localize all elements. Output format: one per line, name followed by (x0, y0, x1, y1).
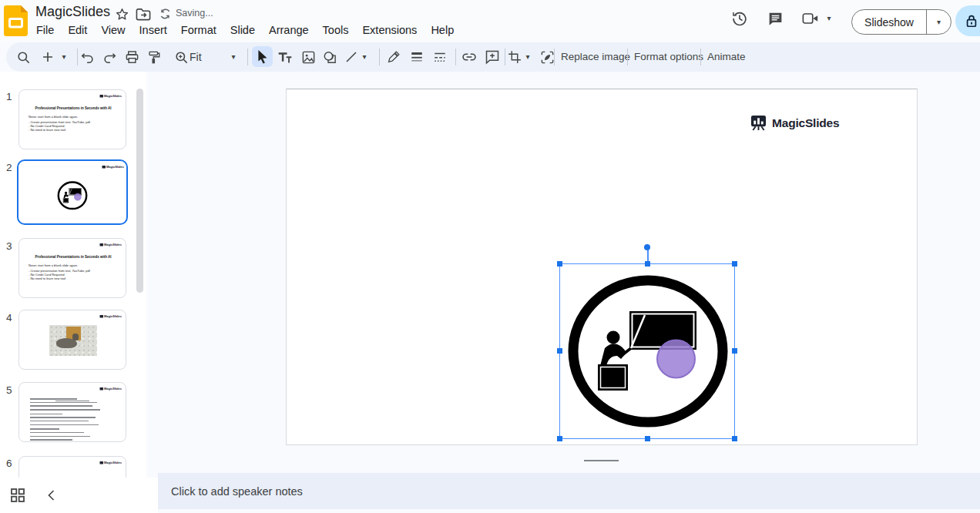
insert-line-icon[interactable] (342, 48, 361, 66)
comments-icon[interactable] (765, 8, 785, 28)
meet-camera-icon[interactable] (800, 8, 821, 28)
slide-thumbnail-1[interactable]: MagicSlides Professional Presentations i… (18, 89, 126, 149)
thumb-brand-logo: MagicSlides (99, 95, 122, 99)
slideshow-caret-button[interactable]: ▾ (927, 18, 951, 26)
resize-handle-w[interactable] (557, 348, 562, 354)
collapse-filmstrip-icon[interactable] (43, 488, 59, 503)
insert-link-icon[interactable] (460, 48, 478, 66)
speaker-notes-panel[interactable]: Click to add speaker notes (158, 473, 980, 509)
zoom-caret-icon[interactable]: ▾ (228, 48, 239, 66)
menu-help[interactable]: Help (424, 22, 461, 39)
slide-number: 5 (6, 384, 12, 396)
slide-filmstrip: 1 MagicSlides Professional Presentations… (0, 72, 146, 478)
crop-icon[interactable] (505, 48, 524, 66)
toolbar: ▾ (6, 42, 980, 72)
grid-view-icon[interactable] (9, 487, 26, 504)
menu-arrange[interactable]: Arrange (262, 22, 316, 39)
replace-image-button[interactable]: Replace image (561, 42, 630, 72)
version-history-icon[interactable] (730, 8, 750, 28)
resize-handle-ne[interactable] (732, 261, 737, 267)
text-box-icon[interactable] (276, 48, 294, 66)
menu-view[interactable]: View (94, 22, 132, 39)
thumb-photo (49, 325, 97, 356)
redo-icon[interactable] (100, 48, 119, 66)
line-caret-icon[interactable]: ▾ (359, 48, 370, 66)
slide-thumbnail-4[interactable]: MagicSlides (18, 310, 126, 370)
insert-shape-icon[interactable] (321, 48, 339, 66)
crop-caret-icon[interactable]: ▾ (522, 48, 533, 66)
header-bar: MagicSlides Saving... File Edit View (0, 0, 980, 42)
slide-thumbnail-3[interactable]: MagicSlides Professional Presentations i… (18, 238, 126, 298)
animate-button[interactable]: Animate (707, 42, 746, 72)
thumb-dense-text (30, 398, 112, 442)
thumb-presenter-image (56, 179, 89, 212)
speaker-notes-placeholder[interactable]: Click to add speaker notes (171, 485, 303, 498)
meet-caret-icon[interactable]: ▾ (823, 8, 835, 28)
resize-handle-nw[interactable] (557, 261, 562, 267)
new-slide-caret-icon[interactable]: ▾ (59, 48, 69, 66)
print-icon[interactable] (123, 48, 141, 66)
menu-extensions[interactable]: Extensions (355, 22, 424, 39)
lock-icon (965, 14, 978, 28)
border-dash-icon[interactable] (431, 48, 449, 66)
menu-slide[interactable]: Slide (223, 22, 262, 39)
resize-handle-sw[interactable] (557, 436, 562, 441)
slide-number: 4 (6, 312, 12, 324)
slide-number: 2 (6, 162, 12, 173)
resize-handle-se[interactable] (732, 436, 737, 441)
saving-status: Saving... (176, 8, 213, 18)
border-weight-icon[interactable] (408, 48, 426, 66)
resize-handle-e[interactable] (732, 348, 737, 354)
add-comment-icon[interactable] (483, 48, 502, 66)
format-options-button[interactable]: Format options (634, 42, 703, 72)
undo-icon[interactable] (78, 48, 96, 66)
slide-number: 1 (6, 91, 12, 102)
slide-number: 6 (6, 458, 12, 469)
slideshow-button-group: Slideshow ▾ (851, 9, 951, 35)
slide-thumbnail-2-selected[interactable]: MagicSlides (17, 159, 128, 225)
zoom-icon[interactable] (172, 48, 190, 66)
notes-resize-handle[interactable] (584, 460, 619, 461)
menu-insert[interactable]: Insert (133, 22, 174, 39)
new-slide-icon[interactable] (39, 48, 57, 66)
slideshow-button[interactable]: Slideshow (852, 16, 926, 28)
thumb-brand-logo: MagicSlides (102, 166, 124, 169)
menu-file[interactable]: File (29, 22, 61, 39)
select-tool-icon[interactable] (252, 46, 273, 67)
thumb-brand-logo: MagicSlides (99, 315, 122, 319)
slide-thumbnail-6[interactable]: MagicSlides (18, 456, 126, 478)
border-color-icon[interactable] (384, 48, 403, 66)
sync-saving-icon (157, 6, 173, 22)
slide-number: 3 (6, 240, 12, 252)
document-title[interactable]: MagicSlides (35, 4, 110, 20)
search-menus-icon[interactable] (14, 48, 32, 66)
paint-format-icon[interactable] (145, 48, 163, 66)
menu-edit[interactable]: Edit (61, 22, 94, 39)
thumb-brand-logo: MagicSlides (99, 243, 122, 247)
menu-tools[interactable]: Tools (316, 22, 356, 39)
star-icon[interactable] (114, 6, 129, 22)
filmstrip-scrollbar[interactable] (136, 89, 143, 293)
slide-brand-logo[interactable]: MagicSlides (750, 115, 839, 131)
resize-handle-s[interactable] (645, 436, 650, 441)
resize-handle-n[interactable] (645, 261, 650, 267)
slide-thumbnail-5[interactable]: MagicSlides (18, 382, 126, 442)
menu-bar: File Edit View Insert Format Slide Arran… (29, 22, 461, 39)
insert-image-icon[interactable] (299, 48, 317, 66)
brandmark-icon (750, 115, 767, 131)
slides-logo[interactable] (4, 5, 28, 36)
menu-format[interactable]: Format (174, 22, 223, 39)
zoom-value[interactable]: Fit (190, 42, 202, 72)
move-folder-icon[interactable] (136, 6, 151, 22)
thumb-brand-logo: MagicSlides (99, 461, 122, 465)
google-slides-app: MagicSlides Saving... File Edit View (0, 0, 980, 513)
bottom-left-bar (0, 478, 158, 513)
rotation-handle[interactable] (644, 244, 650, 250)
presenter-image[interactable] (562, 266, 734, 438)
image-selection-box[interactable] (559, 263, 735, 439)
share-button[interactable] (955, 5, 980, 36)
